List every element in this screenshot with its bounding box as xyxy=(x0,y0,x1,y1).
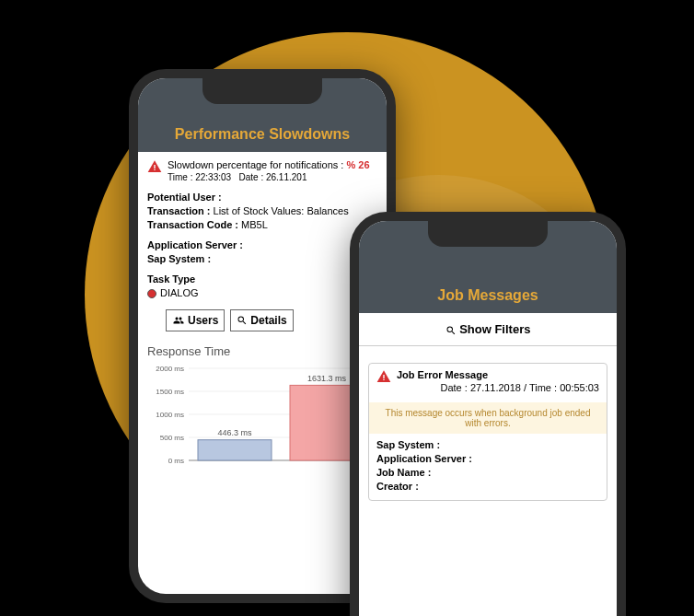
app-server-label: Application Server : xyxy=(147,239,243,250)
svg-text:1000 ms: 1000 ms xyxy=(156,411,184,419)
card-time-value: 00:55:03 xyxy=(560,382,599,393)
svg-text:1500 ms: 1500 ms xyxy=(156,388,184,396)
card-time-label: Time : xyxy=(529,382,557,393)
page-title: Performance Slowdowns xyxy=(175,126,350,143)
phone-notch xyxy=(428,221,548,247)
alert-icon xyxy=(147,159,162,174)
date-value: 26.11.201 xyxy=(266,172,307,182)
filters-label: Show Filters xyxy=(459,322,530,336)
card-banner: This message occurs when background job … xyxy=(369,402,607,434)
card-heading: Job Error Message xyxy=(397,369,599,380)
card-date-label: Date : xyxy=(440,382,467,393)
alert-icon xyxy=(376,369,391,384)
transaction-label: Transaction : xyxy=(147,205,210,216)
chart-title: Response Time xyxy=(147,344,377,358)
svg-text:0 ms: 0 ms xyxy=(168,457,184,465)
users-button-label: Users xyxy=(188,314,218,327)
transaction-code-value: MB5L xyxy=(241,219,268,230)
sap-system-label: Sap System : xyxy=(376,439,440,450)
users-button[interactable]: Users xyxy=(166,309,225,331)
alert-text: Slowdown percentage for notifications : xyxy=(168,159,343,170)
phone-notch xyxy=(202,78,322,104)
page-title: Job Messages xyxy=(437,287,538,304)
users-icon xyxy=(172,315,185,326)
task-type-label: Task Type xyxy=(147,273,195,285)
transaction-value: List of Stock Values: Balances xyxy=(214,205,349,216)
details-button-label: Details xyxy=(250,314,286,327)
details-button[interactable]: Details xyxy=(230,309,293,331)
svg-text:1631.3 ms: 1631.3 ms xyxy=(307,374,347,383)
app-server-label: Application Server : xyxy=(376,453,472,464)
card-date-value: 27.11.2018 xyxy=(470,382,521,393)
task-type-option[interactable]: DIALOG xyxy=(147,287,377,298)
transaction-code-label: Transaction Code : xyxy=(147,219,238,230)
radio-icon xyxy=(147,289,156,298)
phone-job-messages: Job Messages Show Filters Job Error Mess… xyxy=(350,212,626,616)
job-error-card: Job Error Message Date : 27.11.2018 / Ti… xyxy=(368,363,607,501)
creator-label: Creator : xyxy=(376,481,419,492)
date-label: Date : xyxy=(238,172,263,182)
svg-text:446.3 ms: 446.3 ms xyxy=(217,428,252,437)
time-label: Time : xyxy=(168,172,192,182)
job-name-label: Job Name : xyxy=(376,467,431,478)
show-filters-button[interactable]: Show Filters xyxy=(359,313,617,346)
sap-system-label: Sap System : xyxy=(147,253,211,264)
response-time-chart: Response Time 2000 ms 1500 ms 1000 ms 50… xyxy=(147,344,377,467)
svg-text:500 ms: 500 ms xyxy=(160,434,184,442)
svg-rect-10 xyxy=(198,440,272,460)
potential-user-label: Potential User : xyxy=(147,192,222,203)
alert-row: Slowdown percentage for notifications : … xyxy=(147,159,377,182)
alert-value: % 26 xyxy=(346,159,369,170)
search-icon xyxy=(237,315,248,326)
time-value: 22:33:03 xyxy=(195,172,231,182)
task-type-value: DIALOG xyxy=(160,287,199,298)
search-icon xyxy=(445,325,457,336)
svg-text:2000 ms: 2000 ms xyxy=(156,365,184,373)
